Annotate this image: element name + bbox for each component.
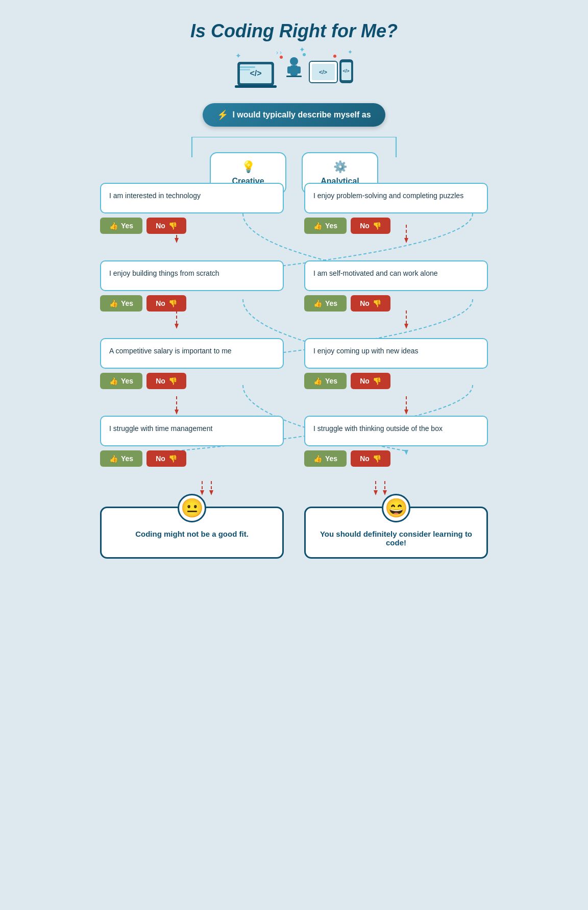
start-text: I would typically describe myself as [232,110,371,119]
svg-text:</>: </> [342,68,349,74]
q-right-2: I am self-motivated and can work alone 👍… [304,260,488,316]
q-left-1-no[interactable]: No 👎 [146,218,186,234]
start-pill: ⚡ I would typically describe myself as [203,103,385,127]
svg-text:›: › [280,49,282,56]
q-right-4-no[interactable]: No 👎 [351,450,390,467]
q-right-2-yes[interactable]: 👍 Yes [304,295,347,312]
thumbup-icon-2: 👍 [109,299,118,307]
thumbdown-icon-r1: 👎 [373,222,381,230]
right-column: I enjoy problem-solving and completing p… [304,183,488,473]
hero-image: </> </> </> ✦ › › [90,47,498,93]
q-left-4-no[interactable]: No 👎 [146,450,186,467]
thumbup-icon-3: 👍 [109,377,118,385]
start-node: ⚡ I would typically describe myself as [90,103,498,127]
thumbdown-icon-r3: 👎 [373,377,381,385]
svg-rect-7 [290,65,298,76]
q-left-4-yes[interactable]: 👍 Yes [100,450,142,467]
q-left-2: I enjoy building things from scratch 👍 Y… [100,260,284,316]
svg-rect-3 [235,85,277,88]
svg-rect-10 [286,76,302,77]
q-right-1: I enjoy problem-solving and completing p… [304,183,488,238]
q-left-2-yn: 👍 Yes No 👎 [100,295,284,312]
svg-marker-48 [383,490,387,495]
q-right-1-no[interactable]: No 👎 [351,218,390,234]
outcome-good-text: You should definitely consider learning … [316,530,476,547]
q-right-2-text: I am self-motivated and can work alone [304,260,488,291]
outcome-row: 😐 Coding might not be a good fit. 😄 You … [90,507,498,559]
q-right-1-yes[interactable]: 👍 Yes [304,218,347,234]
thumbup-icon-r3: 👍 [313,377,322,385]
q-right-1-text: I enjoy problem-solving and completing p… [304,183,488,213]
thumbdown-icon-4: 👎 [168,454,177,463]
q-left-3-yn: 👍 Yes No 👎 [100,373,284,389]
thumbup-icon: 👍 [109,222,118,230]
svg-marker-46 [374,490,378,495]
q-right-4-yn: 👍 Yes No 👎 [304,450,488,467]
q-right-3-text: I enjoy coming up with new ideas [304,338,488,369]
outcome-good-box: 😄 You should definitely consider learnin… [304,507,488,559]
q-left-4-yn: 👍 Yes No 👎 [100,450,284,467]
outcome-bad-emoji: 😐 [178,494,206,522]
q-left-1: I am interested in technology 👍 Yes No 👎 [100,183,284,238]
q-left-2-text: I enjoy building things from scratch [100,260,284,291]
branch-connector: 💡 Creative ⚙️ Analytical [90,137,498,178]
svg-point-6 [290,57,298,65]
q-right-4-text: I struggle with thinking outside of the … [304,416,488,446]
svg-text:✦: ✦ [235,52,241,60]
svg-rect-8 [287,66,291,74]
q-left-1-yes[interactable]: 👍 Yes [100,218,142,234]
q-right-2-no[interactable]: No 👎 [351,295,390,312]
q-right-3-no[interactable]: No 👎 [351,373,390,389]
q-left-3-no[interactable]: No 👎 [146,373,186,389]
hero-svg: </> </> </> ✦ › › [233,47,355,93]
q-left-1-text: I am interested in technology [100,183,284,213]
q-left-2-no[interactable]: No 👎 [146,295,186,312]
branch-lines-svg [90,137,498,178]
svg-text:›: › [276,49,278,56]
svg-rect-4 [240,66,255,68]
q-right-4-yes[interactable]: 👍 Yes [304,450,347,467]
thumbup-icon-r1: 👍 [313,222,322,230]
outcome-good-emoji: 😄 [382,494,410,522]
thumbup-icon-r2: 👍 [313,299,322,307]
q-left-4: I struggle with time management 👍 Yes No… [100,416,284,471]
diagram-wrapper: I am interested in technology 👍 Yes No 👎 [90,183,498,473]
thumbdown-icon-r4: 👎 [373,454,381,463]
left-column: I am interested in technology 👍 Yes No 👎 [100,183,284,473]
creative-icon: 💡 [241,160,255,174]
thumbdown-icon-3: 👎 [168,377,177,385]
q-right-2-yn: 👍 Yes No 👎 [304,295,488,312]
flowchart: I am interested in technology 👍 Yes No 👎 [90,183,498,473]
svg-text:✦: ✦ [348,49,353,56]
q-right-1-yn: 👍 Yes No 👎 [304,218,488,234]
svg-point-19 [333,55,336,58]
q-right-3: I enjoy coming up with new ideas 👍 Yes N… [304,338,488,393]
thumbdown-icon-r2: 👎 [373,299,381,307]
page-title: Is Coding Right for Me? [90,20,498,42]
q-right-3-yes[interactable]: 👍 Yes [304,373,347,389]
outcome-arrows [90,481,498,496]
q-left-3-text: A competitive salary is important to me [100,338,284,369]
svg-marker-42 [200,490,204,495]
thumbdown-icon: 👎 [168,222,177,230]
svg-marker-44 [209,490,213,495]
thumbup-icon-4: 👍 [109,454,118,463]
svg-rect-5 [240,69,250,70]
q-left-4-text: I struggle with time management [100,416,284,446]
thumbup-icon-r4: 👍 [313,454,322,463]
thumbdown-icon-2: 👎 [168,299,177,307]
outcome-bad-text: Coding might not be a good fit. [112,530,272,538]
q-right-4: I struggle with thinking outside of the … [304,416,488,471]
bolt-icon: ⚡ [217,109,228,121]
q-right-3-yn: 👍 Yes No 👎 [304,373,488,389]
svg-text:</>: </> [250,69,261,78]
q-left-3-yes[interactable]: 👍 Yes [100,373,142,389]
q-left-2-yes[interactable]: 👍 Yes [100,295,142,312]
svg-text:</>: </> [319,69,327,75]
svg-text:✦: ✦ [299,47,305,54]
outcome-bad-box: 😐 Coding might not be a good fit. [100,507,284,559]
svg-rect-9 [297,66,301,74]
q-left-1-yn: 👍 Yes No 👎 [100,218,284,234]
page: Is Coding Right for Me? </> </> [75,10,513,579]
analytical-icon: ⚙️ [333,160,347,174]
